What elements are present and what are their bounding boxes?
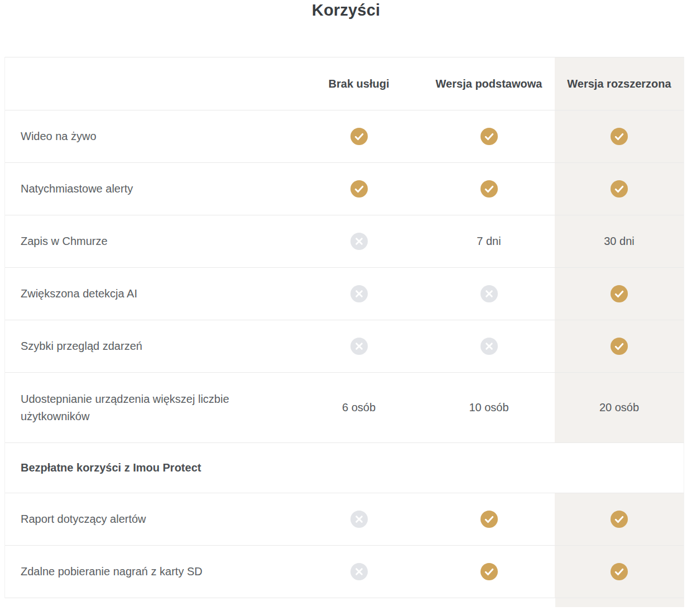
table-row: Natychmiastowe alerty — [5, 163, 684, 215]
feature-cell — [423, 493, 555, 545]
section-header-row: Bezpłatne korzyści z Imou Protect — [5, 443, 684, 493]
feature-label: Natychmiastowe alerty — [5, 180, 295, 198]
section-header-label: Bezpłatne korzyści z Imou Protect — [5, 461, 201, 474]
check-icon — [611, 511, 628, 528]
feature-label: Wideo na żywo — [5, 128, 295, 145]
feature-cell — [555, 110, 684, 162]
cell-value: 10 osób — [469, 401, 508, 414]
table-row: Udostepnianie urządzenia większej liczbi… — [5, 373, 684, 443]
bottom-strip — [4, 598, 684, 607]
feature-cell — [295, 110, 423, 162]
table-row: Raport dotyczący alertów — [5, 493, 684, 546]
feature-cell — [555, 268, 684, 320]
table-row: Szybki przegląd zdarzeń — [5, 320, 684, 373]
column-header-wersja-rozszerzona: Wersja rozszerzona — [555, 57, 684, 110]
cell-value: 30 dni — [604, 235, 635, 248]
cross-icon — [350, 233, 368, 250]
feature-cell — [295, 320, 423, 372]
feature-cell — [555, 320, 684, 372]
feature-label: Zapis w Chmurze — [5, 233, 295, 250]
benefits-page: Korzyści Brak usługi Wersja podstawowa W… — [0, 0, 692, 607]
feature-cell — [295, 268, 423, 320]
table-body: Wideo na żywoNatychmiastowe alertyZapis … — [5, 110, 684, 598]
check-icon — [480, 180, 498, 198]
column-header-brak-uslugi: Brak usługi — [295, 57, 423, 110]
cross-icon — [350, 285, 368, 302]
table-row: Zwiększona detekcja AI — [5, 268, 684, 320]
feature-cell — [423, 268, 555, 320]
cross-icon — [350, 511, 368, 528]
feature-label: Udostepnianie urządzenia większej liczbi… — [5, 391, 295, 425]
check-icon — [480, 128, 498, 145]
cross-icon — [350, 563, 368, 580]
table-header-row: Brak usługi Wersja podstawowa Wersja roz… — [5, 57, 684, 110]
feature-cell — [423, 546, 555, 598]
feature-cell — [555, 163, 684, 215]
cross-icon — [480, 338, 498, 355]
check-icon — [480, 563, 498, 580]
feature-cell — [295, 163, 423, 215]
feature-label: Zwiększona detekcja AI — [5, 285, 295, 302]
feature-label: Raport dotyczący alertów — [5, 511, 295, 528]
feature-label: Szybki przegląd zdarzeń — [5, 338, 295, 355]
check-icon — [611, 180, 628, 198]
check-icon — [611, 563, 628, 580]
feature-label: Zdalne pobieranie nagrań z karty SD — [5, 563, 295, 580]
table-row: Wideo na żywo — [5, 110, 684, 163]
highlight-column-continuation — [555, 598, 684, 607]
feature-cell — [555, 546, 684, 598]
feature-cell: 20 osób — [555, 373, 684, 442]
feature-cell — [423, 320, 555, 372]
check-icon — [480, 511, 498, 528]
cell-value: 7 dni — [477, 235, 501, 248]
feature-cell: 6 osób — [295, 373, 423, 442]
feature-cell: 7 dni — [423, 215, 555, 267]
page-title: Korzyści — [0, 0, 692, 20]
check-icon — [611, 285, 628, 302]
feature-cell — [295, 215, 423, 267]
check-icon — [350, 128, 368, 145]
column-header-wersja-podstawowa: Wersja podstawowa — [423, 57, 555, 110]
table-row: Zapis w Chmurze7 dni30 dni — [5, 215, 684, 268]
feature-cell: 30 dni — [555, 215, 684, 267]
feature-cell — [423, 163, 555, 215]
table-row: Zdalne pobieranie nagrań z karty SD — [5, 546, 684, 598]
bottom-strip-spacer — [4, 598, 555, 607]
check-icon — [350, 180, 368, 198]
cell-value: 20 osób — [599, 401, 639, 414]
cross-icon — [480, 285, 498, 302]
cell-value: 6 osób — [342, 401, 376, 414]
feature-cell — [295, 493, 423, 545]
feature-cell — [555, 493, 684, 545]
feature-cell: 10 osób — [423, 373, 555, 442]
check-icon — [611, 128, 628, 145]
cross-icon — [350, 338, 368, 355]
feature-cell — [295, 546, 423, 598]
benefits-comparison-table: Brak usługi Wersja podstawowa Wersja roz… — [4, 57, 684, 598]
check-icon — [611, 338, 628, 355]
feature-cell — [423, 110, 555, 162]
